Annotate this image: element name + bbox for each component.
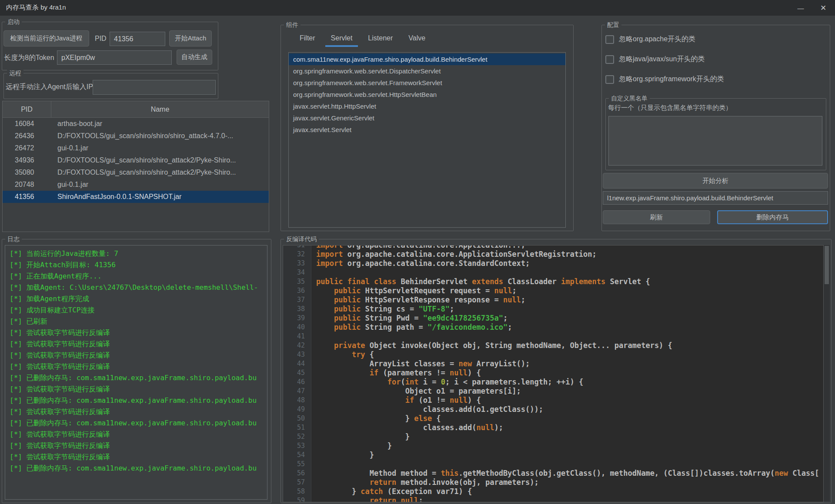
code-segment	[316, 368, 370, 377]
code-text: classes.add(null);	[311, 423, 503, 432]
code-segment: new	[459, 359, 477, 368]
code-segment: ;	[521, 295, 525, 304]
code-line: 34	[283, 268, 823, 277]
line-number: 50	[283, 414, 311, 423]
code-segment: return	[370, 478, 401, 487]
code-segment: org.apache.catalina.core.ApplicationServ…	[347, 250, 597, 259]
code-scrollbar[interactable]	[824, 245, 830, 501]
checkbox-row[interactable]: 忽略java/javax/sun开头的类	[605, 55, 705, 64]
detect-java-process-button[interactable]: 检测当前运行的Java进程	[3, 30, 89, 46]
code-segment	[316, 478, 370, 487]
code-editor: 31import org.apache.catalina.core.Applic…	[283, 245, 824, 502]
start-attach-button[interactable]: 开始Attach	[169, 30, 212, 46]
code-segment: "ee9dc4178256735a"	[423, 314, 503, 322]
blacklist-textarea[interactable]	[608, 116, 822, 166]
code-line: 50 } else {	[283, 414, 823, 423]
table-row[interactable]: 26436D:/FOXTOOLS/gui_scan/shiro/shiro/sh…	[3, 130, 269, 142]
tab-listener[interactable]: Listener	[361, 31, 399, 45]
code-line: 45 if (parameters != null) {	[283, 368, 823, 378]
table-row[interactable]: 20748gui-0.1.jar	[3, 179, 269, 191]
code-segment: Class[	[792, 469, 819, 477]
list-item[interactable]: org.springframework.web.servlet.HttpServ…	[289, 89, 565, 100]
checkbox-icon[interactable]	[605, 35, 614, 44]
list-item[interactable]: org.springframework.web.servlet.Framewor…	[289, 77, 565, 89]
code-segment: String Pwd =	[365, 314, 423, 322]
code-text: import org.apache.catalina.core.Standard…	[311, 259, 530, 268]
code-segment: ;	[508, 323, 512, 332]
table-row[interactable]: 34936D:/FOXTOOLS/gui_scan/shiro/shiro_at…	[3, 154, 269, 166]
code-text: public final class BehinderServlet exten…	[311, 277, 650, 286]
column-header-pid[interactable]: PID	[3, 101, 51, 117]
code-segment: 0	[441, 378, 445, 386]
auto-generate-button[interactable]: 自动生成	[177, 50, 212, 65]
log-line: [*] 当前运行的Java进程数量: 7	[10, 248, 263, 259]
checkbox-row[interactable]: 忽略org.springframework开头的类	[605, 75, 724, 84]
list-item[interactable]: javax.servlet.GenericServlet	[289, 112, 565, 124]
table-row[interactable]: 41356ShiroAndFastJson-0.0.1-SNAPSHOT.jar	[3, 191, 269, 203]
code-segment: HttpServletRequest request =	[365, 286, 494, 295]
start-analysis-button[interactable]: 开始分析	[603, 173, 828, 189]
close-icon[interactable]: ✕	[813, 0, 833, 16]
checkbox-label: 忽略org.apache开头的类	[619, 35, 695, 44]
token-input[interactable]: pXEIpm0w	[57, 50, 172, 65]
table-row[interactable]: 26472gui-0.1.jar	[3, 142, 269, 154]
target-class-input[interactable]: l1new.exp.javaFrame.shiro.payload.build.…	[603, 191, 828, 205]
pid-input[interactable]: 41356	[110, 32, 165, 46]
code-segment: (parameters !=	[383, 368, 450, 377]
code-segment: Method method =	[316, 469, 441, 477]
line-number: 34	[283, 268, 311, 277]
checkbox-row[interactable]: 忽略org.apache开头的类	[605, 35, 695, 44]
code-line: 32import org.apache.catalina.core.Applic…	[283, 250, 823, 259]
code-scrollbar-thumb[interactable]	[825, 246, 829, 284]
minimize-icon[interactable]: —	[791, 0, 811, 16]
code-line: 47 Object o1 = parameters[i];	[283, 387, 823, 396]
code-segment: Object o1 = parameters[i];	[316, 387, 521, 395]
column-header-name[interactable]: Name	[51, 101, 269, 117]
process-table-body: 16084arthas-boot.jar26436D:/FOXTOOLS/gui…	[3, 118, 269, 203]
table-row[interactable]: 16084arthas-boot.jar	[3, 118, 269, 130]
list-item[interactable]: javax.servlet.Servlet	[289, 124, 565, 136]
log-line: [*] 尝试获取字节码进行反编译	[10, 350, 263, 361]
code-text: import org.apache.catalina.core.Applicat…	[311, 245, 525, 250]
log-line: [*] 已删除内存马: com.sma11new.exp.javaFrame.s…	[10, 418, 263, 429]
code-segment: public	[334, 295, 365, 304]
log-line: [*] 加载Agent: C:\Users\24767\Desktop\dele…	[10, 282, 263, 293]
table-cell-pid: 26436	[3, 132, 51, 140]
blacklist-hint: 每行一个（只显示包含黑名单字符串的类）	[608, 104, 732, 112]
code-segment: String cs =	[365, 305, 419, 313]
line-number: 55	[283, 460, 311, 469]
line-number: 41	[283, 332, 311, 341]
code-segment: BehinderServlet	[401, 277, 472, 286]
code-line: 38 public String cs = "UTF-8";	[283, 305, 823, 314]
refresh-button[interactable]: 刷新	[603, 210, 710, 224]
code-segment: ;	[450, 305, 454, 313]
tab-valve[interactable]: Valve	[402, 31, 432, 45]
list-item[interactable]: javax.servlet.http.HttpServlet	[289, 100, 565, 112]
line-number: 37	[283, 295, 311, 305]
remote-ip-input[interactable]	[93, 80, 216, 95]
line-number: 52	[283, 432, 311, 441]
component-tabs: FilterServletListenerValve	[293, 31, 434, 45]
code-line: 48 if (o1 != null) {	[283, 396, 823, 405]
delete-memshell-button[interactable]: 删除内存马	[717, 210, 828, 224]
window-title: 内存马查杀 by 4ra1n	[6, 3, 66, 12]
code-segment: classes.add(	[316, 423, 476, 432]
code-segment: ;	[418, 496, 423, 502]
table-cell-name: gui-0.1.jar	[51, 144, 269, 152]
checkbox-icon[interactable]	[605, 75, 614, 84]
code-segment: ) {	[468, 396, 481, 405]
list-item[interactable]: org.springframework.web.servlet.Dispatch…	[289, 65, 565, 77]
line-number: 31	[283, 245, 311, 250]
table-cell-name: D:/FOXTOOLS/gui_scan/shiro/shiro_attack2…	[51, 156, 269, 164]
code-text: public String cs = "UTF-8";	[311, 305, 454, 314]
checkbox-icon[interactable]	[605, 55, 614, 64]
tab-servlet[interactable]: Servlet	[324, 31, 359, 45]
code-text: public HttpServletRequest request = null…	[311, 286, 517, 295]
code-segment: public	[334, 305, 365, 313]
tab-filter[interactable]: Filter	[293, 31, 322, 45]
code-segment: null	[450, 368, 468, 377]
table-row[interactable]: 35080D:/FOXTOOLS/gui_scan/shiro/shiro_at…	[3, 166, 269, 179]
remote-group: 远程 远程手动注入Agent后输入IP	[3, 73, 218, 99]
code-segment: ArrayList();	[476, 359, 530, 368]
list-item[interactable]: com.sma11new.exp.javaFrame.shiro.payload…	[289, 53, 565, 65]
